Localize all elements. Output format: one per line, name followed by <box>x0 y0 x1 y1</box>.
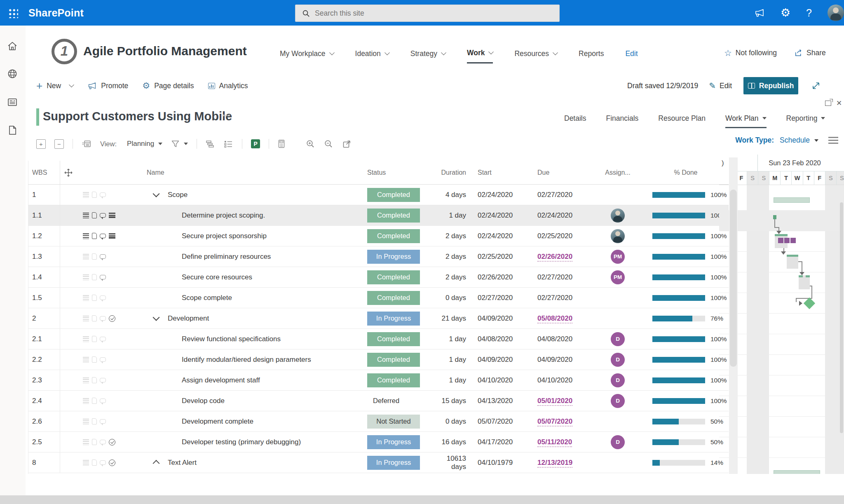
status-cell[interactable]: Completed <box>367 373 436 387</box>
gantt-task-marker[interactable] <box>773 215 776 219</box>
home-icon[interactable] <box>7 40 18 52</box>
start-cell[interactable]: 04/13/2020 <box>478 397 530 405</box>
avatar[interactable] <box>611 229 625 243</box>
done-cell[interactable]: 100% <box>642 232 729 240</box>
zoom-in-icon[interactable] <box>306 139 315 149</box>
table-row[interactable]: 2.2Identify modular/tiered design parame… <box>28 349 729 370</box>
note-icon[interactable] <box>92 439 97 445</box>
megaphone-icon[interactable] <box>754 9 765 17</box>
status-cell[interactable]: In Progress <box>367 250 436 264</box>
duration-cell[interactable]: 2 days <box>436 273 478 281</box>
done-cell[interactable]: 76% <box>642 315 729 322</box>
status-cell[interactable]: In Progress <box>367 312 436 326</box>
republish-button[interactable]: Republish <box>743 77 798 94</box>
assign-cell[interactable]: D <box>593 353 642 367</box>
note-icon[interactable] <box>92 253 97 260</box>
status-cell[interactable]: Completed <box>367 291 436 305</box>
due-cell[interactable]: 04/09/2020 <box>530 356 593 364</box>
done-cell[interactable]: 14% <box>642 459 729 466</box>
comment-icon[interactable] <box>100 460 106 465</box>
popout-icon[interactable] <box>825 101 831 106</box>
comment-icon[interactable] <box>100 254 106 259</box>
page-details-button[interactable]: ⚙Page details <box>142 81 194 91</box>
due-cell[interactable]: 05/07/2020 <box>530 417 593 426</box>
start-cell[interactable]: 04/08/2020 <box>478 335 530 343</box>
task-list-icon[interactable] <box>223 140 233 148</box>
status-cell[interactable]: In Progress <box>367 456 436 470</box>
assign-cell[interactable] <box>593 209 642 223</box>
table-row[interactable]: 2.6Development completeNot Started0 days… <box>28 411 729 432</box>
nav-item-strategy[interactable]: Strategy <box>410 45 445 63</box>
assign-cell[interactable]: D <box>593 373 642 387</box>
scrollbar-thumb[interactable] <box>730 190 737 367</box>
nav-item-reports[interactable]: Reports <box>579 45 604 63</box>
tab-reporting[interactable]: Reporting <box>786 110 825 127</box>
due-cell[interactable]: 12/13/2019 <box>530 459 593 467</box>
status-cell[interactable]: Completed <box>367 270 436 284</box>
site-title[interactable]: Agile Portfolio Management <box>83 44 247 58</box>
document-icon[interactable] <box>7 124 18 136</box>
comment-icon[interactable] <box>100 337 106 341</box>
view-dropdown[interactable]: Planning <box>125 140 162 148</box>
menu-icon[interactable] <box>83 295 89 301</box>
note-icon[interactable] <box>92 274 97 280</box>
duration-cell[interactable]: 21 days <box>436 314 478 323</box>
status-cell[interactable]: Completed <box>367 188 436 202</box>
col-header-start[interactable]: Start <box>478 161 530 184</box>
task-name[interactable]: Determine project scoping. <box>128 211 367 220</box>
due-cell[interactable]: 04/08/2020 <box>530 335 593 343</box>
duration-cell[interactable]: 1 day <box>436 335 478 343</box>
share-button[interactable]: Share <box>794 49 826 57</box>
duration-cell[interactable]: 2 days <box>436 232 478 240</box>
vertical-scrollbar[interactable] <box>729 157 738 474</box>
done-cell[interactable]: 100% <box>642 191 729 199</box>
tab-details[interactable]: Details <box>564 110 586 127</box>
start-cell[interactable]: 05/07/2020 <box>478 417 530 426</box>
duration-cell[interactable]: 4 days <box>436 191 478 199</box>
assign-cell[interactable]: D <box>593 332 642 346</box>
done-cell[interactable]: 100% <box>642 356 729 363</box>
assign-cell[interactable]: PM <box>593 250 642 264</box>
avatar[interactable]: PM <box>611 250 625 264</box>
menu-icon[interactable] <box>83 213 89 218</box>
avatar[interactable]: D <box>611 394 625 408</box>
duration-cell[interactable]: 1 day <box>436 211 478 220</box>
col-header-due[interactable]: Due <box>530 161 593 184</box>
start-cell[interactable]: 04/09/2020 <box>478 314 530 323</box>
table-row[interactable]: 1.1Determine project scoping.Completed1 … <box>28 205 729 226</box>
status-cell[interactable]: Completed <box>367 209 436 223</box>
analytics-button[interactable]: Analytics <box>208 82 248 90</box>
menu-icon[interactable] <box>83 336 89 342</box>
server-icon[interactable] <box>109 213 115 218</box>
duration-cell[interactable]: 0 days <box>436 417 478 426</box>
task-name[interactable]: Review functional specifications <box>128 335 367 343</box>
comment-icon[interactable] <box>100 357 106 362</box>
avatar[interactable] <box>611 209 625 223</box>
tab-financials[interactable]: Financials <box>606 110 639 127</box>
comment-icon[interactable] <box>100 192 106 197</box>
note-icon[interactable] <box>92 418 97 424</box>
check-circle-icon[interactable] <box>109 439 115 445</box>
avatar[interactable]: D <box>611 353 625 367</box>
sharepoint-brand[interactable]: SharePoint <box>28 7 84 19</box>
note-icon[interactable] <box>92 398 97 404</box>
note-icon[interactable] <box>92 315 97 321</box>
done-cell[interactable]: 100% <box>642 397 729 405</box>
nav-item-edit[interactable]: Edit <box>625 45 638 63</box>
comment-icon[interactable] <box>100 399 106 403</box>
start-cell[interactable]: 02/26/2020 <box>478 273 530 281</box>
avatar[interactable]: D <box>611 373 625 387</box>
server-icon[interactable] <box>109 233 115 239</box>
comment-icon[interactable] <box>100 295 106 300</box>
search-input[interactable] <box>314 9 538 18</box>
note-icon[interactable] <box>92 295 97 301</box>
nav-item-my-workplace[interactable]: My Workplace <box>280 45 334 63</box>
gantt-scrollbar[interactable] <box>840 202 843 433</box>
note-icon[interactable] <box>92 356 97 363</box>
done-cell[interactable]: 100% <box>642 335 729 343</box>
table-row[interactable]: 8Text AlertIn Progress10613 days04/10/19… <box>28 452 729 473</box>
done-cell[interactable]: 100% <box>642 377 729 384</box>
assign-cell[interactable] <box>593 229 642 243</box>
task-name[interactable]: Text Alert <box>128 459 367 467</box>
assign-cell[interactable]: PM <box>593 270 642 284</box>
